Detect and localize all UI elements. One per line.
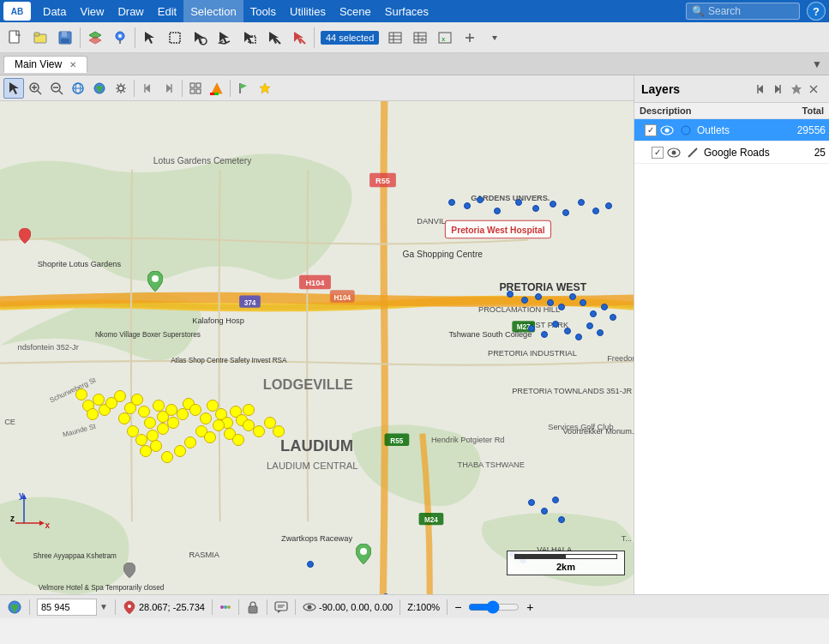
table-button[interactable]: [383, 26, 407, 50]
new-button[interactable]: [3, 26, 27, 50]
outlet-dot[interactable]: [558, 516, 565, 523]
select-tool-button[interactable]: [138, 26, 162, 50]
open-button[interactable]: [28, 26, 52, 50]
outlet-dot[interactable]: [307, 561, 314, 568]
layers-close-button[interactable]: [805, 81, 822, 98]
nav-fwd-button[interactable]: [159, 78, 179, 99]
grid-button[interactable]: [185, 78, 206, 99]
selected-outlet-dot[interactable]: [167, 417, 179, 429]
pin-button[interactable]: [255, 78, 275, 99]
map-container[interactable]: R55 H104 H104 374 GARDENS UNIVERS. DANVI…: [0, 101, 634, 594]
selected-outlet-dot[interactable]: [213, 419, 225, 431]
menu-view[interactable]: View: [73, 0, 111, 22]
outlet-dot[interactable]: [610, 314, 616, 321]
selected-outlet-dot[interactable]: [200, 412, 212, 424]
outlet-dot[interactable]: [575, 334, 582, 340]
tab-dropdown-button[interactable]: ▼: [808, 57, 826, 72]
menu-draw[interactable]: Draw: [111, 0, 150, 22]
zoom-minus-button[interactable]: −: [454, 600, 461, 614]
outlet-dot[interactable]: [558, 304, 565, 310]
select-circle-button[interactable]: [188, 26, 212, 50]
save-button[interactable]: [53, 26, 77, 50]
outlet-dot[interactable]: [564, 328, 571, 334]
outlet-dot[interactable]: [541, 331, 548, 338]
menu-data[interactable]: Data: [36, 0, 73, 22]
outlet-dot[interactable]: [605, 202, 612, 209]
selected-outlet-dot[interactable]: [131, 394, 143, 406]
select-touch-button[interactable]: [262, 26, 286, 50]
layers-nav-prev[interactable]: [752, 81, 769, 98]
scale-input[interactable]: [37, 599, 97, 616]
layer-check-outlets[interactable]: [645, 124, 657, 136]
outlet-dot[interactable]: [547, 299, 554, 306]
lock-status[interactable]: [246, 600, 260, 614]
outlet-dot[interactable]: [528, 325, 535, 332]
outlet-dot[interactable]: [382, 593, 389, 594]
outlet-dot[interactable]: [521, 297, 528, 304]
selected-outlet-dot[interactable]: [87, 408, 99, 420]
menu-tools[interactable]: Tools: [243, 0, 283, 22]
selected-outlet-dot[interactable]: [118, 412, 130, 424]
selected-outlet-dot[interactable]: [144, 417, 156, 429]
world-button[interactable]: [89, 78, 110, 99]
selected-outlet-dot[interactable]: [75, 388, 87, 400]
outlet-dot[interactable]: [550, 201, 556, 208]
outlet-dot[interactable]: [586, 322, 593, 329]
outlet-dot[interactable]: [569, 293, 576, 300]
layer-toggle-button[interactable]: [83, 26, 107, 50]
stats-button[interactable]: Σ: [408, 26, 432, 50]
menu-utilities[interactable]: Utilities: [283, 0, 333, 22]
outlet-dot[interactable]: [464, 202, 471, 209]
more-button[interactable]: [458, 26, 482, 50]
selected-outlet-dot[interactable]: [135, 434, 147, 446]
deselect-button[interactable]: [287, 26, 311, 50]
settings-button[interactable]: [111, 78, 131, 99]
zoom-plus-button[interactable]: +: [526, 600, 533, 614]
google-maps-button[interactable]: [108, 26, 132, 50]
selected-outlet-dot[interactable]: [153, 400, 165, 412]
selected-outlet-dot[interactable]: [174, 445, 186, 457]
selected-outlet-dot[interactable]: [161, 451, 173, 463]
selected-outlet-dot[interactable]: [165, 404, 177, 416]
dropdown-button[interactable]: [483, 26, 507, 50]
selected-outlet-dot[interactable]: [138, 406, 150, 418]
selected-outlet-dot[interactable]: [177, 408, 189, 420]
outlet-dot[interactable]: [552, 321, 559, 328]
outlet-dot[interactable]: [562, 209, 569, 216]
zoom-out-button[interactable]: [46, 78, 67, 99]
globe-button[interactable]: [68, 78, 88, 99]
outlet-dot[interactable]: [580, 299, 586, 306]
outlet-dot[interactable]: [494, 208, 501, 214]
menu-selection[interactable]: Selection: [183, 0, 243, 22]
outlet-dot[interactable]: [535, 293, 542, 300]
layer-row-google-roads[interactable]: Google Roads 25: [634, 141, 829, 164]
tab-close-icon[interactable]: ✕: [69, 60, 76, 69]
scale-dropdown-arrow[interactable]: ▼: [99, 602, 108, 611]
menu-scene[interactable]: Scene: [333, 0, 378, 22]
outlet-dot[interactable]: [578, 199, 585, 206]
search-box[interactable]: 🔍: [686, 3, 800, 20]
outlet-dot[interactable]: [590, 310, 597, 317]
flag-button[interactable]: [233, 78, 254, 99]
selected-outlet-dot[interactable]: [184, 436, 196, 448]
zoom-slider[interactable]: [468, 601, 520, 613]
outlet-dot[interactable]: [601, 304, 608, 310]
selected-outlet-dot[interactable]: [189, 404, 201, 416]
select-rect-button[interactable]: [163, 26, 187, 50]
main-view-tab[interactable]: Main View ✕: [3, 56, 87, 73]
outlet-dot[interactable]: [592, 208, 599, 214]
selected-outlet-dot[interactable]: [243, 404, 255, 416]
layers-pin-button[interactable]: [788, 81, 805, 98]
search-input[interactable]: [708, 5, 794, 17]
zoom-range[interactable]: [468, 601, 520, 613]
map-area[interactable]: R55 H104 H104 374 GARDENS UNIVERS. DANVI…: [0, 75, 634, 594]
outlet-dot[interactable]: [532, 205, 539, 212]
color-picker-button[interactable]: [207, 78, 227, 99]
chat-status[interactable]: [274, 600, 288, 614]
layers-nav-next[interactable]: [769, 81, 786, 98]
selected-outlet-dot[interactable]: [114, 390, 126, 402]
selected-outlet-dot[interactable]: [204, 431, 216, 443]
menu-edit[interactable]: Edit: [151, 0, 183, 22]
world-status-button[interactable]: [7, 599, 22, 615]
outlet-dot[interactable]: [541, 508, 548, 515]
